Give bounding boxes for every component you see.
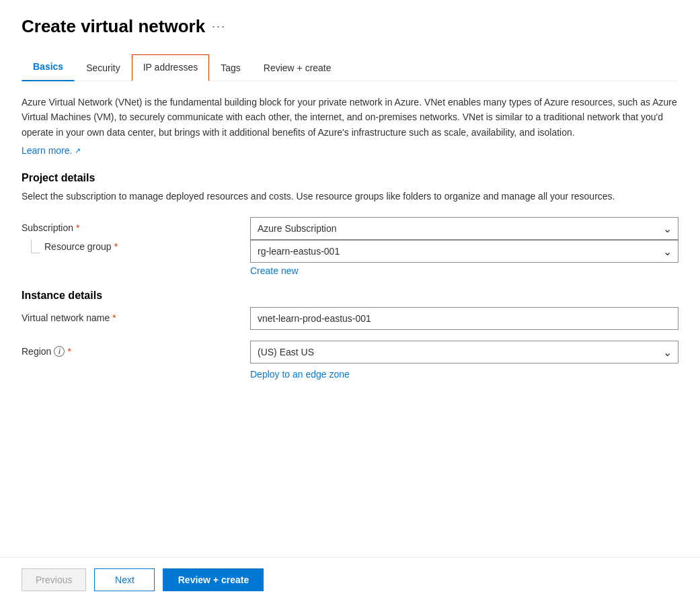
subscription-label: Subscription [22,222,73,233]
instance-details-section: Instance details Virtual network name * … [22,290,678,380]
resource-group-required: * [114,241,118,252]
region-select[interactable]: (US) East US [250,341,678,363]
learn-more-link[interactable]: Learn more. ↗ [22,145,81,156]
tab-ip-addresses[interactable]: IP addresses [132,54,209,81]
learn-more-label: Learn more. [22,145,72,156]
resource-group-label: Resource group [44,241,112,252]
project-details-section: Project details Select the subscription … [22,172,678,276]
subscription-select[interactable]: Azure Subscription [250,217,678,240]
project-details-header: Project details [22,172,678,184]
tab-bar: Basics Security IP addresses Tags Review… [22,53,678,81]
tab-security[interactable]: Security [75,55,132,81]
external-link-icon: ↗ [75,146,81,155]
description-block: Azure Virtual Network (VNet) is the fund… [22,95,678,156]
instance-details-header: Instance details [22,290,678,302]
resource-group-select[interactable]: rg-learn-eastus-001 [250,240,678,263]
deploy-edge-zone-link[interactable]: Deploy to an edge zone [250,369,678,380]
region-info-icon[interactable]: i [54,346,65,357]
subscription-required: * [76,222,79,233]
region-label: Region [22,346,51,357]
tab-basics[interactable]: Basics [22,54,75,81]
create-new-link[interactable]: Create new [250,265,299,276]
previous-button[interactable]: Previous [22,568,86,591]
vnet-name-required: * [112,312,116,323]
tab-tags[interactable]: Tags [209,55,252,81]
description-text: Azure Virtual Network (VNet) is the fund… [22,95,678,140]
vnet-name-label: Virtual network name [22,312,110,323]
tab-review-create[interactable]: Review + create [252,55,343,81]
region-required: * [67,346,71,357]
vnet-name-input[interactable] [250,307,678,330]
review-create-button[interactable]: Review + create [163,568,264,591]
footer-bar: Previous Next Review + create [0,557,700,602]
project-details-desc: Select the subscription to manage deploy… [22,189,678,204]
more-options-icon[interactable]: ··· [212,19,226,34]
page-title: Create virtual network [22,16,205,37]
next-button[interactable]: Next [94,568,155,591]
